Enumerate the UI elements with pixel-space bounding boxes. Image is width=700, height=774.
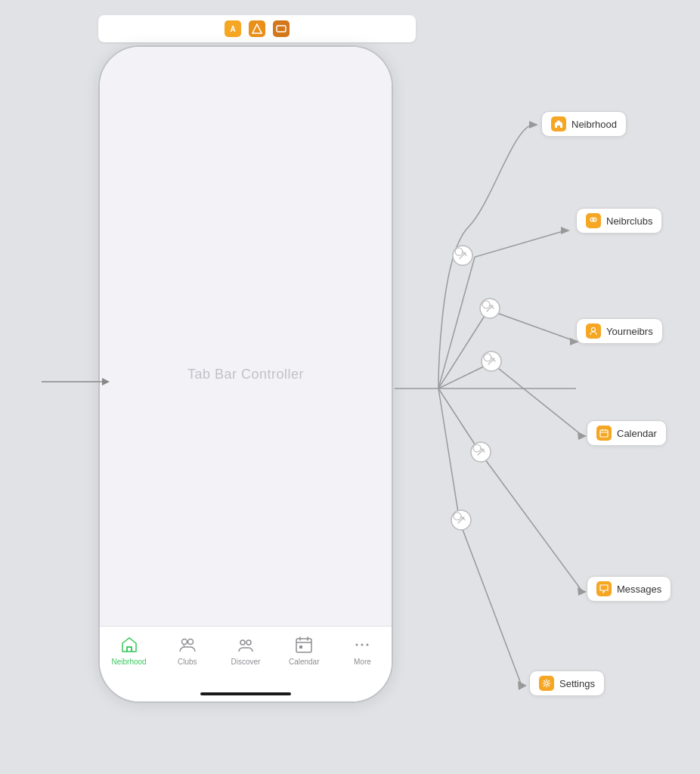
svg-point-26 — [471, 442, 491, 462]
dest-calendar[interactable]: Calendar — [587, 420, 667, 446]
clubs-icon — [177, 634, 198, 655]
svg-point-28 — [451, 510, 471, 530]
tab-bar: Neibrhood Clubs — [100, 626, 392, 701]
svg-point-31 — [592, 328, 596, 332]
calendar-icon — [293, 634, 314, 655]
dest-yourneibrs-label: Yourneibrs — [606, 326, 653, 337]
svg-point-23 — [482, 351, 501, 371]
svg-point-21 — [480, 299, 500, 318]
svg-rect-3 — [277, 26, 286, 32]
svg-marker-2 — [252, 24, 262, 33]
tab-clubs-label: Clubs — [178, 658, 197, 666]
svg-rect-32 — [600, 430, 608, 437]
tab-more[interactable]: More — [333, 634, 392, 666]
dest-messages-label: Messages — [617, 584, 661, 595]
svg-point-19 — [453, 246, 472, 265]
tab-neibrhood[interactable]: Neibrhood — [100, 634, 158, 666]
svg-marker-27 — [518, 681, 527, 690]
discover-icon — [235, 634, 256, 655]
more-icon — [352, 634, 373, 655]
svg-marker-17 — [529, 121, 538, 128]
svg-point-11 — [356, 644, 358, 646]
svg-point-8 — [246, 640, 251, 645]
svg-point-33 — [545, 682, 548, 685]
svg-point-12 — [361, 644, 364, 646]
tab-calendar[interactable]: Calendar — [275, 634, 333, 666]
tab-discover[interactable]: Discover — [216, 634, 274, 666]
tab-calendar-label: Calendar — [289, 658, 320, 666]
svg-marker-15 — [102, 378, 110, 385]
tab-clubs[interactable]: Clubs — [158, 634, 216, 666]
toolbar-icon-c[interactable] — [273, 20, 290, 37]
svg-rect-4 — [127, 647, 132, 652]
tab-discover-label: Discover — [231, 658, 261, 666]
svg-text:A: A — [230, 25, 235, 33]
dest-calendar-icon — [596, 426, 612, 441]
dest-neibrclubs-icon — [586, 213, 601, 228]
dest-settings-label: Settings — [559, 678, 595, 689]
phone-mockup: Tab Bar Controller Neibrhood — [98, 45, 393, 703]
tab-more-label: More — [354, 658, 371, 666]
svg-point-6 — [187, 639, 193, 645]
entry-arrow — [38, 370, 110, 393]
dest-settings[interactable]: Settings — [529, 670, 605, 696]
dest-neibrhood[interactable]: Neibrhood — [541, 111, 627, 137]
svg-rect-10 — [299, 646, 302, 649]
dest-neibrhood-icon — [551, 116, 566, 132]
phone-screen: Tab Bar Controller — [100, 47, 392, 701]
dest-neibrclubs-label: Neibrclubs — [606, 215, 652, 227]
dest-messages-icon — [596, 581, 612, 596]
svg-point-13 — [367, 644, 369, 646]
neibrhood-icon — [119, 634, 140, 655]
dest-neibrhood-label: Neibrhood — [571, 119, 617, 130]
screen-label: Tab Bar Controller — [187, 367, 304, 382]
svg-marker-25 — [578, 587, 587, 596]
dest-settings-icon — [539, 676, 554, 691]
svg-point-7 — [240, 640, 245, 645]
svg-rect-9 — [296, 639, 311, 652]
dest-messages[interactable]: Messages — [587, 576, 671, 602]
tab-neibrhood-label: Neibrhood — [112, 658, 147, 666]
toolbar-icon-b[interactable] — [249, 20, 265, 37]
toolbar-icon-a[interactable]: A — [225, 20, 241, 37]
xcode-toolbar: A — [98, 15, 416, 42]
dest-neibrclubs[interactable]: Neibrclubs — [576, 208, 662, 234]
dest-calendar-label: Calendar — [617, 428, 657, 439]
dest-yourneibrs-icon — [586, 324, 601, 339]
svg-marker-22 — [578, 432, 587, 440]
svg-marker-18 — [561, 227, 570, 234]
home-indicator — [200, 692, 291, 695]
dest-yourneibrs[interactable]: Yourneibrs — [576, 318, 663, 344]
svg-point-5 — [181, 639, 187, 645]
